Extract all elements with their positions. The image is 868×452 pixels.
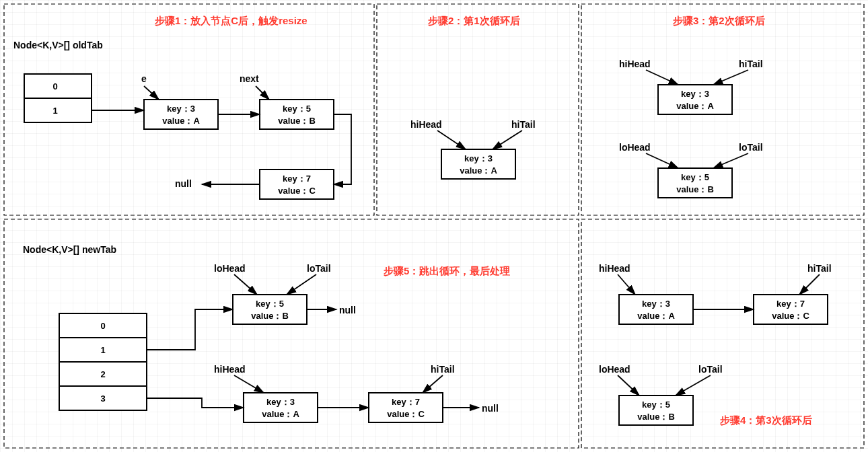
svg-text:key：5: key：5: [256, 299, 284, 309]
svg-text:value：B: value：B: [637, 412, 675, 422]
svg-text:1: 1: [52, 106, 57, 116]
newtab-array: 0 1 2 3: [59, 313, 147, 410]
svg-text:value：A: value：A: [262, 409, 299, 419]
label-hitail-2: hiTail: [511, 119, 536, 130]
panel-step2: [377, 4, 579, 215]
label-hihead-5: hiHead: [214, 364, 246, 375]
arrow: [618, 375, 639, 396]
arrow: [234, 274, 257, 295]
label-null-hi: null: [482, 403, 499, 414]
arrow: [646, 153, 678, 168]
svg-text:key：3: key：3: [167, 104, 195, 114]
caption-step5: 步骤5：跳出循环，最后处理: [383, 265, 510, 276]
svg-text:value：C: value：C: [278, 186, 316, 196]
svg-text:key：7: key：7: [283, 174, 311, 184]
svg-text:value：C: value：C: [772, 311, 809, 321]
diagram-canvas: 步骤1：放入节点C后，触发resize 步骤2：第1次循环后 步骤3：第2次循环…: [0, 0, 868, 452]
svg-text:value：A: value：A: [460, 165, 497, 176]
arrow: [144, 86, 159, 100]
arrow: [147, 309, 233, 350]
caption-step3: 步骤3：第2次循环后: [672, 15, 765, 26]
label-oldtab: Node<K,V>[] oldTab: [13, 40, 103, 50]
label-e: e: [141, 73, 147, 84]
label-lotail-4: loTail: [698, 364, 723, 375]
svg-text:key：3: key：3: [464, 153, 493, 163]
label-hihead-2: hiHead: [410, 119, 442, 130]
cell-1: [24, 98, 92, 122]
svg-text:value：A: value：A: [162, 116, 200, 126]
svg-text:value：C: value：C: [387, 409, 425, 419]
caption-step1: 步骤1：放入节点C后，触发resize: [154, 15, 308, 26]
arrow: [646, 70, 678, 85]
svg-text:3: 3: [100, 393, 105, 404]
arrow: [713, 153, 748, 168]
label-lotail-3: loTail: [739, 142, 763, 153]
label-hitail-5: hiTail: [431, 364, 455, 375]
arrow: [799, 274, 820, 295]
svg-text:value：A: value：A: [676, 101, 714, 111]
svg-text:value：B: value：B: [278, 116, 316, 126]
label-lohead-4: loHead: [599, 364, 630, 375]
arrow: [287, 274, 316, 295]
arrow: [334, 114, 351, 184]
label-lohead-5: loHead: [214, 263, 246, 274]
label-hitail-3: hiTail: [739, 59, 763, 69]
label-hitail-4: hiTail: [807, 263, 832, 274]
svg-text:key：7: key：7: [776, 299, 805, 309]
label-lotail-5: loTail: [307, 263, 331, 274]
label-next: next: [240, 73, 259, 84]
arrow: [713, 70, 748, 85]
arrow: [618, 274, 635, 295]
svg-text:key：5: key：5: [681, 172, 709, 182]
label-null-1: null: [175, 178, 192, 189]
arrow: [256, 86, 269, 100]
caption-step2: 步骤2：第1次循环后: [427, 15, 520, 26]
svg-text:0: 0: [52, 81, 57, 91]
svg-text:value：A: value：A: [637, 311, 675, 321]
label-hihead-3: hiHead: [619, 59, 651, 69]
svg-text:value：B: value：B: [676, 184, 714, 194]
svg-text:value：B: value：B: [251, 311, 289, 321]
label-lohead-3: loHead: [619, 142, 651, 153]
arrow: [234, 375, 264, 393]
label-hihead-4: hiHead: [599, 263, 630, 274]
oldtab-array: 0 1: [24, 74, 92, 122]
arrow: [423, 375, 443, 393]
label-newtab: Node<K,V>[] newTab: [23, 244, 116, 255]
label-null-lo: null: [339, 305, 356, 315]
cell-0: [24, 74, 92, 98]
svg-text:1: 1: [100, 345, 105, 355]
svg-text:0: 0: [100, 321, 105, 331]
svg-text:key：3: key：3: [642, 299, 670, 309]
svg-text:key：3: key：3: [681, 89, 709, 99]
svg-text:key：7: key：7: [392, 397, 420, 407]
arrow: [437, 130, 466, 149]
caption-step4: 步骤4：第3次循环后: [719, 414, 812, 426]
svg-text:key：5: key：5: [283, 104, 311, 114]
svg-text:2: 2: [100, 369, 105, 379]
arrow: [676, 375, 711, 396]
svg-text:key：3: key：3: [266, 397, 295, 407]
arrow: [147, 398, 244, 408]
svg-text:key：5: key：5: [642, 400, 670, 410]
arrow: [493, 130, 522, 149]
